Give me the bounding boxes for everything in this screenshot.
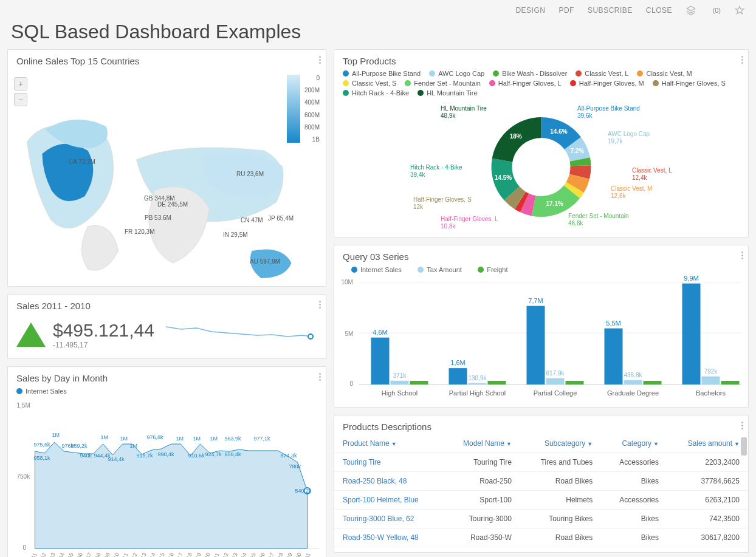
panel-menu-icon[interactable] bbox=[741, 420, 743, 431]
legend-item: HL Mountain Tire bbox=[418, 89, 477, 97]
table-row[interactable]: Touring-3000 Blue, 62Touring-3000Touring… bbox=[334, 510, 748, 528]
donut-chart[interactable]: 14.6%7.2%17.1%14.5%18% All-Purpose Bike … bbox=[334, 100, 748, 234]
col-sales-amount[interactable]: Sales amount▼ bbox=[667, 434, 748, 453]
svg-text:13: 13 bbox=[140, 552, 148, 557]
cell-product[interactable]: Road-250 Black, 48 bbox=[334, 472, 443, 491]
cell-product[interactable]: Sport-100 Helmet, Blue bbox=[334, 491, 443, 510]
svg-text:16: 16 bbox=[167, 552, 175, 557]
svg-text:02: 02 bbox=[40, 552, 47, 557]
panel-menu-icon[interactable] bbox=[319, 372, 321, 382]
slice-label: Classic Vest, L12,4k bbox=[632, 167, 672, 182]
nav-subscribe[interactable]: SUBSCRIBE bbox=[588, 6, 633, 15]
star-icon[interactable] bbox=[734, 5, 745, 16]
cell-cat: Accessories bbox=[601, 453, 667, 472]
svg-text:976,8k: 976,8k bbox=[147, 434, 164, 440]
svg-text:990,4k: 990,4k bbox=[158, 451, 175, 457]
svg-text:29: 29 bbox=[286, 552, 294, 557]
svg-text:12: 12 bbox=[131, 552, 139, 557]
map-label: IN 29,5M bbox=[223, 231, 248, 238]
zoom-out-button[interactable]: − bbox=[14, 93, 27, 106]
legend-item: Freight bbox=[478, 266, 507, 273]
col-product-name[interactable]: Product Name▼ bbox=[334, 434, 443, 453]
table-row[interactable]: Road-250 Black, 48Road-250Road BikesBike… bbox=[334, 472, 748, 491]
legend-item: All-Purpose Bike Stand bbox=[343, 70, 421, 77]
svg-text:1M: 1M bbox=[52, 432, 60, 438]
svg-rect-87 bbox=[546, 378, 565, 384]
trend-up-icon bbox=[16, 323, 46, 347]
svg-text:11: 11 bbox=[122, 552, 129, 557]
sort-icon: ▼ bbox=[653, 441, 659, 447]
bar-title: Query 03 Series bbox=[334, 245, 748, 264]
svg-rect-81 bbox=[469, 383, 487, 384]
map-canvas[interactable] bbox=[8, 69, 326, 286]
panel-menu-icon[interactable] bbox=[319, 299, 321, 310]
panel-menu-icon[interactable] bbox=[741, 55, 743, 65]
svg-text:9,9M: 9,9M bbox=[684, 275, 698, 282]
cell-subcat: Road Bikes bbox=[520, 472, 601, 491]
svg-text:17: 17 bbox=[176, 552, 184, 557]
panel-map: Online Sales Top 15 Countries + − 0 200M… bbox=[7, 49, 326, 287]
cell-model: Touring-3000 bbox=[443, 510, 520, 528]
bar-chart[interactable]: 10M 5M 0 4,6M371kHigh School1,6M130,9kPa… bbox=[334, 275, 748, 403]
cell-subcat: Tires and Tubes bbox=[520, 453, 601, 472]
svg-rect-80 bbox=[449, 368, 467, 384]
table-row[interactable]: Sport-100 Helmet, BlueSport-100HelmetsAc… bbox=[334, 491, 748, 510]
table-title: Products Descriptions bbox=[334, 415, 748, 434]
cell-product[interactable]: Touring Tire bbox=[334, 453, 443, 472]
svg-text:436,8k: 436,8k bbox=[624, 372, 642, 378]
cell-amount: 30617,8200 bbox=[667, 528, 748, 547]
table-row[interactable]: Road-350-W Yellow, 48Road-350-WRoad Bike… bbox=[334, 528, 748, 547]
layers-icon[interactable] bbox=[686, 5, 696, 16]
legend-item: Half-Finger Gloves, L bbox=[489, 80, 562, 87]
panel-menu-icon[interactable] bbox=[741, 250, 743, 261]
svg-text:5M: 5M bbox=[345, 330, 354, 337]
cell-cat: Bikes bbox=[601, 528, 667, 547]
svg-text:7.2%: 7.2% bbox=[570, 148, 584, 154]
svg-text:09: 09 bbox=[103, 552, 111, 557]
world-map[interactable]: + − 0 200M 400M 600M 800M 1B bbox=[8, 69, 326, 286]
svg-text:940k: 940k bbox=[80, 453, 92, 459]
svg-text:14.6%: 14.6% bbox=[550, 128, 567, 135]
svg-text:07: 07 bbox=[85, 552, 93, 557]
cell-cat: Bikes bbox=[601, 510, 667, 528]
cell-product[interactable]: Road-350-W Yellow, 48 bbox=[334, 528, 443, 547]
svg-text:910,6k: 910,6k bbox=[188, 453, 205, 459]
slice-label: AWC Logo Cap19,7k bbox=[608, 131, 650, 145]
slice-label: All-Purpose Bike Stand39,6k bbox=[577, 105, 640, 120]
svg-text:High School: High School bbox=[382, 389, 418, 397]
legend-item: AWC Logo Cap bbox=[429, 70, 484, 77]
svg-text:15: 15 bbox=[158, 552, 166, 557]
slice-label: Half-Finger Gloves, L10,8k bbox=[441, 216, 498, 230]
svg-text:915,7k: 915,7k bbox=[137, 453, 154, 459]
nav-pdf[interactable]: PDF bbox=[558, 6, 574, 15]
table-row[interactable]: Touring TireTouring TireTires and TubesA… bbox=[334, 453, 748, 472]
svg-text:7,7M: 7,7M bbox=[528, 297, 543, 304]
svg-text:959,2k: 959,2k bbox=[71, 443, 88, 449]
svg-text:1,5M: 1,5M bbox=[17, 402, 30, 409]
cell-product[interactable]: Touring-3000 Blue, 62 bbox=[334, 510, 443, 528]
col-subcategory[interactable]: Subcategory▼ bbox=[520, 434, 601, 453]
slice-label: Classic Vest, M12,6k bbox=[611, 185, 652, 200]
kpi-delta: -11.495,17 bbox=[53, 341, 154, 349]
svg-text:914,4k: 914,4k bbox=[108, 456, 125, 462]
legend-item: Half-Finger Gloves, M bbox=[570, 80, 644, 87]
svg-text:25: 25 bbox=[249, 552, 257, 557]
col-category[interactable]: Category▼ bbox=[601, 434, 667, 453]
legend-item: Bike Wash - Dissolver bbox=[493, 70, 567, 77]
svg-text:1,6M: 1,6M bbox=[450, 359, 465, 366]
scrollbar[interactable] bbox=[741, 437, 747, 456]
nav-close[interactable]: CLOSE bbox=[646, 6, 672, 15]
area-chart[interactable]: 1,5M 750k 0 975,6k 958,1k 1M 976k 959,2k… bbox=[8, 397, 326, 557]
panel-menu-icon[interactable] bbox=[319, 55, 321, 65]
sort-icon: ▼ bbox=[587, 441, 593, 447]
svg-text:130,9k: 130,9k bbox=[468, 375, 487, 381]
legend-item: Tax Amount bbox=[418, 266, 461, 273]
cell-amount: 2203,2400 bbox=[667, 453, 748, 472]
svg-text:14: 14 bbox=[149, 552, 157, 557]
nav-design[interactable]: DESIGN bbox=[515, 6, 545, 15]
comments-icon[interactable]: (0) bbox=[710, 5, 721, 16]
zoom-in-button[interactable]: + bbox=[14, 77, 27, 91]
col-model-name[interactable]: Model Name▼ bbox=[443, 434, 520, 453]
cell-amount: 37784,6625 bbox=[667, 472, 748, 491]
legend-item: Internet Sales bbox=[351, 266, 402, 273]
